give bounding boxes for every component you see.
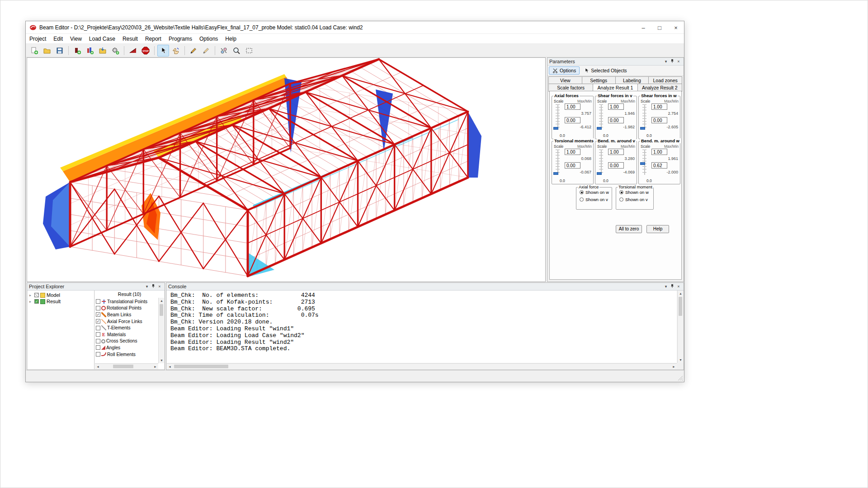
add-loadcase-button[interactable] bbox=[71, 45, 83, 56]
menu-project[interactable]: Project bbox=[26, 34, 50, 43]
console-vscrollbar[interactable]: ▲ ▼ bbox=[677, 291, 683, 363]
scroll-right-icon[interactable]: ► bbox=[671, 364, 677, 370]
panel-menu-icon[interactable]: ▾ bbox=[663, 59, 669, 64]
offset-input[interactable] bbox=[651, 162, 667, 169]
model-checkbox[interactable] bbox=[34, 293, 39, 297]
scroll-left-icon[interactable]: ◄ bbox=[167, 364, 173, 370]
slider-handle[interactable] bbox=[597, 172, 602, 175]
menu-load-case[interactable]: Load Case bbox=[85, 34, 119, 43]
resize-grip-icon[interactable] bbox=[677, 375, 683, 380]
scale-input[interactable] bbox=[565, 103, 580, 110]
menu-options[interactable]: Options bbox=[196, 34, 222, 43]
result-wedge-button[interactable] bbox=[127, 45, 139, 56]
list-item[interactable]: Rotational Points bbox=[96, 305, 158, 312]
draw-beam-alt-button[interactable] bbox=[200, 45, 212, 56]
open-file-button[interactable] bbox=[41, 45, 53, 56]
add-result-button[interactable] bbox=[84, 45, 96, 56]
item-checkbox[interactable]: ✓ bbox=[96, 319, 100, 324]
menu-view[interactable]: View bbox=[66, 34, 85, 43]
result-list-vscrollbar[interactable]: ▲ ▼ bbox=[158, 298, 164, 363]
offset-input[interactable] bbox=[651, 117, 667, 123]
titlebar[interactable]: Beam Editor - D:\2_Projekte\Easy\2020\03… bbox=[26, 21, 684, 34]
new-file-button[interactable] bbox=[28, 45, 40, 56]
offset-input[interactable] bbox=[565, 162, 580, 169]
menu-result[interactable]: Result bbox=[119, 34, 142, 43]
scrollbar-thumb[interactable] bbox=[113, 365, 133, 368]
parameters-panel-titlebar[interactable]: Parameters ▾ × bbox=[547, 58, 684, 66]
minimize-button[interactable]: – bbox=[635, 21, 651, 34]
tree-item-model[interactable]: ▸ Model bbox=[28, 292, 94, 298]
hall-3d-model[interactable] bbox=[27, 58, 545, 282]
torsional-shown-on-w-option[interactable]: Shown on w bbox=[619, 190, 653, 195]
close-button[interactable]: × bbox=[668, 21, 684, 34]
menu-edit[interactable]: Edit bbox=[50, 34, 66, 43]
panel-close-icon[interactable]: × bbox=[675, 284, 682, 289]
panel-menu-icon[interactable]: ▾ bbox=[144, 284, 150, 289]
menu-report[interactable]: Report bbox=[142, 34, 165, 43]
scroll-down-icon[interactable]: ▼ bbox=[678, 357, 684, 363]
scale-slider[interactable] bbox=[557, 150, 558, 175]
shown-on-w-radio[interactable] bbox=[580, 190, 584, 194]
result-checkbox[interactable] bbox=[34, 299, 39, 304]
transform-button[interactable] bbox=[218, 45, 230, 56]
scroll-left-icon[interactable]: ◄ bbox=[95, 364, 101, 370]
scale-input[interactable] bbox=[651, 103, 667, 110]
scale-slider[interactable] bbox=[601, 150, 602, 175]
scale-input[interactable] bbox=[608, 149, 624, 155]
all-to-zero-button[interactable]: All to zero bbox=[616, 225, 642, 233]
list-item[interactable]: Roll Elements bbox=[96, 351, 158, 358]
selected-objects-toggle-button[interactable]: Selected Objects bbox=[581, 66, 630, 75]
model-viewport[interactable] bbox=[27, 57, 546, 282]
gear-add-button[interactable] bbox=[109, 45, 121, 56]
options-toggle-button[interactable]: Options bbox=[549, 66, 580, 75]
list-item[interactable]: Materials bbox=[96, 331, 158, 338]
pin-icon[interactable] bbox=[669, 284, 675, 289]
pin-icon[interactable] bbox=[150, 284, 156, 289]
result-list-hscrollbar[interactable]: ◄ ► bbox=[95, 363, 158, 369]
panel-close-icon[interactable]: × bbox=[675, 59, 682, 64]
list-item[interactable]: Translational Points bbox=[96, 298, 158, 305]
project-explorer-titlebar[interactable]: Project Explorer ▾ × bbox=[27, 283, 165, 291]
menu-help[interactable]: Help bbox=[222, 34, 240, 43]
select-cursor-button[interactable] bbox=[157, 45, 169, 56]
axial-shown-on-v-option[interactable]: Shown on v bbox=[580, 197, 612, 202]
tree-item-result[interactable]: ▸ Result bbox=[28, 298, 94, 305]
slider-handle[interactable] bbox=[640, 127, 645, 130]
slider-handle[interactable] bbox=[553, 127, 558, 130]
expander-icon[interactable]: ▸ bbox=[29, 293, 33, 297]
item-checkbox[interactable] bbox=[96, 332, 100, 337]
scrollbar-thumb[interactable] bbox=[679, 297, 682, 316]
list-item[interactable]: T-Elements bbox=[96, 324, 158, 331]
panel-menu-icon[interactable]: ▾ bbox=[663, 284, 669, 289]
console-titlebar[interactable]: Console ▾ × bbox=[166, 283, 684, 291]
scroll-up-icon[interactable]: ▲ bbox=[678, 291, 684, 296]
menu-programs[interactable]: Programs bbox=[165, 34, 196, 43]
scrollbar-thumb[interactable] bbox=[160, 304, 163, 316]
item-checkbox[interactable] bbox=[96, 352, 100, 357]
list-item[interactable]: Cross Sections bbox=[96, 338, 158, 345]
scroll-down-icon[interactable]: ▼ bbox=[159, 357, 165, 363]
slider-handle[interactable] bbox=[597, 127, 602, 130]
item-checkbox[interactable] bbox=[96, 306, 100, 310]
shown-on-w-radio[interactable] bbox=[619, 190, 623, 194]
scroll-right-icon[interactable]: ► bbox=[152, 364, 158, 370]
slider-handle[interactable] bbox=[553, 172, 558, 175]
item-checkbox[interactable] bbox=[96, 345, 100, 350]
offset-input[interactable] bbox=[608, 117, 624, 123]
stop-button[interactable]: STOP bbox=[140, 45, 151, 56]
shown-on-v-radio[interactable] bbox=[619, 197, 623, 202]
item-checkbox[interactable]: ✓ bbox=[96, 312, 100, 317]
scrollbar-thumb[interactable] bbox=[174, 365, 228, 368]
item-checkbox[interactable] bbox=[96, 299, 100, 304]
zoom-button[interactable] bbox=[231, 45, 242, 56]
scale-input[interactable] bbox=[651, 149, 667, 155]
help-button[interactable]: Help bbox=[646, 225, 669, 233]
scale-slider[interactable] bbox=[644, 104, 645, 130]
offset-input[interactable] bbox=[565, 117, 580, 123]
console-output[interactable]: Bm_Chk: No. of elements: 4244 Bm_Chk: No… bbox=[167, 291, 677, 363]
scale-input[interactable] bbox=[608, 103, 624, 110]
pan-hand-button[interactable] bbox=[170, 45, 182, 56]
torsional-shown-on-v-option[interactable]: Shown on v bbox=[619, 197, 653, 202]
scale-slider[interactable] bbox=[557, 104, 558, 130]
selection-frame-button[interactable] bbox=[243, 45, 255, 56]
